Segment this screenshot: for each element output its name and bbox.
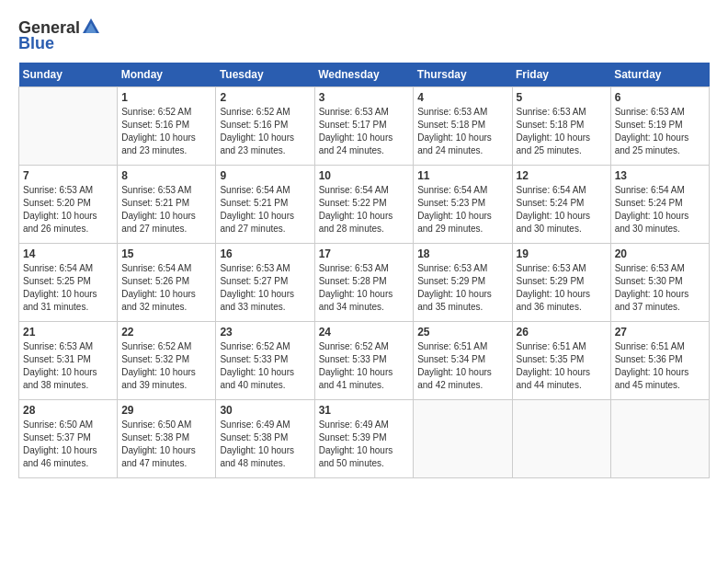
day-info: Sunrise: 6:53 AM Sunset: 5:19 PM Dayligh… bbox=[615, 106, 705, 157]
day-number: 16 bbox=[220, 247, 310, 260]
calendar-day-13: 13Sunrise: 6:54 AM Sunset: 5:24 PM Dayli… bbox=[610, 166, 709, 244]
day-number: 8 bbox=[121, 169, 211, 182]
day-info: Sunrise: 6:51 AM Sunset: 5:35 PM Dayligh… bbox=[517, 340, 607, 392]
day-number: 27 bbox=[615, 326, 705, 339]
day-info: Sunrise: 6:53 AM Sunset: 5:28 PM Dayligh… bbox=[319, 262, 410, 314]
day-number: 14 bbox=[23, 247, 113, 260]
day-info: Sunrise: 6:54 AM Sunset: 5:25 PM Dayligh… bbox=[23, 262, 113, 314]
day-info: Sunrise: 6:52 AM Sunset: 5:32 PM Dayligh… bbox=[121, 340, 211, 392]
calendar-day-16: 16Sunrise: 6:53 AM Sunset: 5:27 PM Dayli… bbox=[216, 244, 314, 322]
header: General Blue bbox=[18, 18, 710, 53]
calendar-empty-cell bbox=[19, 87, 118, 166]
day-number: 12 bbox=[517, 169, 607, 182]
calendar-day-18: 18Sunrise: 6:53 AM Sunset: 5:29 PM Dayli… bbox=[414, 244, 512, 322]
header-wednesday: Wednesday bbox=[314, 63, 414, 87]
day-number: 20 bbox=[615, 247, 705, 260]
day-info: Sunrise: 6:53 AM Sunset: 5:29 PM Dayligh… bbox=[417, 262, 507, 314]
calendar-day-12: 12Sunrise: 6:54 AM Sunset: 5:24 PM Dayli… bbox=[512, 166, 610, 244]
day-number: 5 bbox=[517, 91, 607, 104]
day-number: 4 bbox=[417, 91, 507, 104]
header-monday: Monday bbox=[118, 63, 216, 87]
header-thursday: Thursday bbox=[414, 63, 512, 87]
calendar-day-15: 15Sunrise: 6:54 AM Sunset: 5:26 PM Dayli… bbox=[118, 244, 216, 322]
calendar-day-19: 19Sunrise: 6:53 AM Sunset: 5:29 PM Dayli… bbox=[512, 244, 610, 322]
calendar-header-row: SundayMondayTuesdayWednesdayThursdayFrid… bbox=[19, 63, 710, 87]
calendar-table: SundayMondayTuesdayWednesdayThursdayFrid… bbox=[18, 63, 710, 478]
calendar-day-11: 11Sunrise: 6:54 AM Sunset: 5:23 PM Dayli… bbox=[414, 166, 512, 244]
day-number: 13 bbox=[615, 169, 705, 182]
calendar-week-row: 28Sunrise: 6:50 AM Sunset: 5:37 PM Dayli… bbox=[19, 400, 710, 478]
day-number: 9 bbox=[220, 169, 310, 182]
day-number: 2 bbox=[220, 91, 310, 104]
day-info: Sunrise: 6:54 AM Sunset: 5:24 PM Dayligh… bbox=[615, 184, 705, 236]
calendar-day-2: 2Sunrise: 6:52 AM Sunset: 5:16 PM Daylig… bbox=[216, 87, 314, 166]
calendar-day-26: 26Sunrise: 6:51 AM Sunset: 5:35 PM Dayli… bbox=[512, 322, 610, 400]
calendar-day-17: 17Sunrise: 6:53 AM Sunset: 5:28 PM Dayli… bbox=[314, 244, 414, 322]
header-tuesday: Tuesday bbox=[216, 63, 314, 87]
calendar-empty-cell bbox=[512, 400, 610, 478]
calendar-week-row: 7Sunrise: 6:53 AM Sunset: 5:20 PM Daylig… bbox=[19, 166, 710, 244]
day-info: Sunrise: 6:53 AM Sunset: 5:18 PM Dayligh… bbox=[417, 106, 507, 157]
day-info: Sunrise: 6:53 AM Sunset: 5:18 PM Dayligh… bbox=[517, 106, 607, 157]
day-number: 15 bbox=[121, 247, 211, 260]
day-number: 26 bbox=[517, 326, 607, 339]
calendar-day-10: 10Sunrise: 6:54 AM Sunset: 5:22 PM Dayli… bbox=[314, 166, 414, 244]
day-info: Sunrise: 6:53 AM Sunset: 5:29 PM Dayligh… bbox=[517, 262, 607, 314]
day-info: Sunrise: 6:51 AM Sunset: 5:34 PM Dayligh… bbox=[417, 340, 507, 392]
calendar-day-20: 20Sunrise: 6:53 AM Sunset: 5:30 PM Dayli… bbox=[610, 244, 709, 322]
day-number: 11 bbox=[417, 169, 507, 182]
day-info: Sunrise: 6:53 AM Sunset: 5:20 PM Dayligh… bbox=[23, 184, 113, 236]
calendar-day-30: 30Sunrise: 6:49 AM Sunset: 5:38 PM Dayli… bbox=[216, 400, 314, 478]
day-number: 17 bbox=[319, 247, 410, 260]
day-info: Sunrise: 6:53 AM Sunset: 5:27 PM Dayligh… bbox=[220, 262, 310, 314]
calendar-day-29: 29Sunrise: 6:50 AM Sunset: 5:38 PM Dayli… bbox=[118, 400, 216, 478]
day-number: 18 bbox=[417, 247, 507, 260]
day-number: 21 bbox=[23, 326, 113, 339]
day-number: 29 bbox=[121, 404, 211, 417]
calendar-day-22: 22Sunrise: 6:52 AM Sunset: 5:32 PM Dayli… bbox=[118, 322, 216, 400]
calendar-day-27: 27Sunrise: 6:51 AM Sunset: 5:36 PM Dayli… bbox=[610, 322, 709, 400]
calendar-day-3: 3Sunrise: 6:53 AM Sunset: 5:17 PM Daylig… bbox=[314, 87, 414, 166]
calendar-week-row: 1Sunrise: 6:52 AM Sunset: 5:16 PM Daylig… bbox=[19, 87, 710, 166]
day-info: Sunrise: 6:52 AM Sunset: 5:16 PM Dayligh… bbox=[121, 106, 211, 157]
day-number: 3 bbox=[319, 91, 410, 104]
calendar-day-7: 7Sunrise: 6:53 AM Sunset: 5:20 PM Daylig… bbox=[19, 166, 118, 244]
day-info: Sunrise: 6:53 AM Sunset: 5:30 PM Dayligh… bbox=[615, 262, 705, 314]
day-info: Sunrise: 6:53 AM Sunset: 5:31 PM Dayligh… bbox=[23, 340, 113, 392]
calendar-empty-cell bbox=[610, 400, 709, 478]
day-info: Sunrise: 6:54 AM Sunset: 5:24 PM Dayligh… bbox=[517, 184, 607, 236]
day-number: 23 bbox=[220, 326, 310, 339]
day-number: 6 bbox=[615, 91, 705, 104]
calendar-day-14: 14Sunrise: 6:54 AM Sunset: 5:25 PM Dayli… bbox=[19, 244, 118, 322]
calendar-day-31: 31Sunrise: 6:49 AM Sunset: 5:39 PM Dayli… bbox=[314, 400, 414, 478]
day-number: 7 bbox=[23, 169, 113, 182]
day-number: 1 bbox=[121, 91, 211, 104]
day-info: Sunrise: 6:50 AM Sunset: 5:38 PM Dayligh… bbox=[121, 419, 211, 470]
day-info: Sunrise: 6:54 AM Sunset: 5:22 PM Dayligh… bbox=[319, 184, 410, 236]
day-info: Sunrise: 6:53 AM Sunset: 5:21 PM Dayligh… bbox=[121, 184, 211, 236]
day-info: Sunrise: 6:49 AM Sunset: 5:39 PM Dayligh… bbox=[319, 419, 410, 470]
day-number: 25 bbox=[417, 326, 507, 339]
calendar-empty-cell bbox=[414, 400, 512, 478]
calendar-day-25: 25Sunrise: 6:51 AM Sunset: 5:34 PM Dayli… bbox=[414, 322, 512, 400]
calendar-day-6: 6Sunrise: 6:53 AM Sunset: 5:19 PM Daylig… bbox=[610, 87, 709, 166]
day-info: Sunrise: 6:53 AM Sunset: 5:17 PM Dayligh… bbox=[319, 106, 410, 157]
day-info: Sunrise: 6:51 AM Sunset: 5:36 PM Dayligh… bbox=[615, 340, 705, 392]
day-info: Sunrise: 6:52 AM Sunset: 5:33 PM Dayligh… bbox=[319, 340, 410, 392]
day-info: Sunrise: 6:54 AM Sunset: 5:23 PM Dayligh… bbox=[417, 184, 507, 236]
day-info: Sunrise: 6:54 AM Sunset: 5:21 PM Dayligh… bbox=[220, 184, 310, 236]
day-number: 31 bbox=[319, 404, 410, 417]
day-info: Sunrise: 6:54 AM Sunset: 5:26 PM Dayligh… bbox=[121, 262, 211, 314]
calendar-day-24: 24Sunrise: 6:52 AM Sunset: 5:33 PM Dayli… bbox=[314, 322, 414, 400]
calendar-day-8: 8Sunrise: 6:53 AM Sunset: 5:21 PM Daylig… bbox=[118, 166, 216, 244]
day-number: 10 bbox=[319, 169, 410, 182]
day-number: 24 bbox=[319, 326, 410, 339]
day-number: 28 bbox=[23, 404, 113, 417]
logo-icon bbox=[81, 17, 101, 37]
day-info: Sunrise: 6:49 AM Sunset: 5:38 PM Dayligh… bbox=[220, 419, 310, 470]
day-number: 30 bbox=[220, 404, 310, 417]
header-sunday: Sunday bbox=[19, 63, 118, 87]
day-info: Sunrise: 6:52 AM Sunset: 5:16 PM Dayligh… bbox=[220, 106, 310, 157]
calendar-day-1: 1Sunrise: 6:52 AM Sunset: 5:16 PM Daylig… bbox=[118, 87, 216, 166]
calendar-day-4: 4Sunrise: 6:53 AM Sunset: 5:18 PM Daylig… bbox=[414, 87, 512, 166]
